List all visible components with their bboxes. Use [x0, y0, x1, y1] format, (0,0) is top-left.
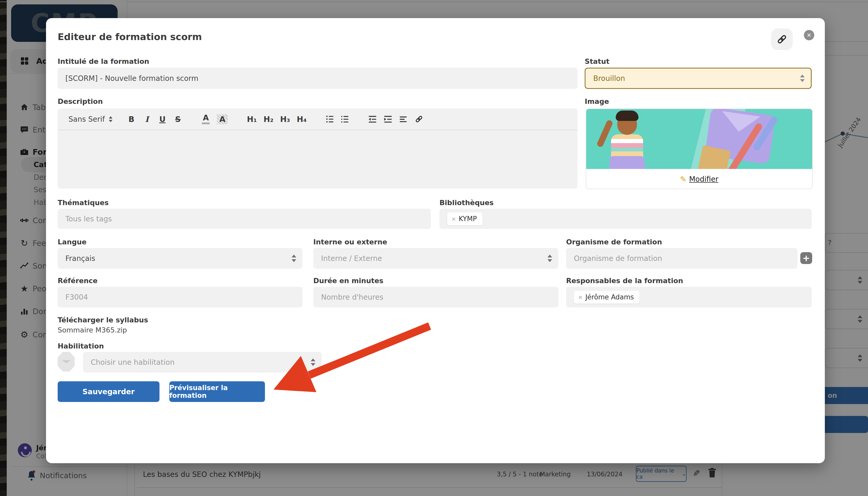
- statut-label: Statut: [585, 57, 610, 65]
- duree-input[interactable]: Nombre d'heures: [313, 287, 558, 307]
- heading2-button[interactable]: H₂: [264, 115, 273, 124]
- thematiques-input[interactable]: Tous les tags: [58, 209, 431, 229]
- description-editor[interactable]: Sans Serif B I U S A A H₁ H₂ H₃ H₄: [58, 108, 577, 189]
- tag-remove-icon[interactable]: ×: [451, 216, 456, 222]
- habilitation-select[interactable]: Choisir une habilitation: [83, 352, 322, 373]
- bullet-list-button[interactable]: [341, 115, 349, 123]
- strikethrough-button[interactable]: S: [173, 115, 182, 124]
- heading1-button[interactable]: H₁: [247, 115, 257, 124]
- habilitation-badge-icon: [58, 352, 75, 371]
- intitule-input[interactable]: [SCORM] - Nouvelle formation scorm: [58, 68, 577, 89]
- close-icon: ✕: [807, 32, 811, 38]
- reference-input[interactable]: F3004: [58, 287, 302, 307]
- select-arrows-icon: [311, 359, 315, 366]
- description-label: Description: [58, 97, 103, 105]
- close-button[interactable]: ✕: [804, 30, 814, 40]
- ordered-list-button[interactable]: [326, 115, 334, 123]
- illus-character-hair: [616, 111, 638, 121]
- illus-character-skirt: [610, 156, 645, 169]
- plus-icon: +: [803, 253, 810, 263]
- statut-value: Brouillon: [593, 74, 625, 83]
- reference-value: F3004: [65, 293, 88, 301]
- organisme-input[interactable]: Organisme de formation: [566, 248, 797, 269]
- interne-value: Interne / Externe: [321, 254, 382, 263]
- description-textarea[interactable]: [58, 130, 577, 189]
- tag-label: Jérôme Adams: [585, 293, 634, 301]
- langue-label: Langue: [58, 238, 87, 246]
- interne-select[interactable]: Interne / Externe: [313, 248, 558, 269]
- interne-label: Interne ou externe: [313, 238, 387, 246]
- syllabus-filename[interactable]: Sommaire M365.zip: [58, 326, 127, 334]
- editor-toolbar: Sans Serif B I U S A A H₁ H₂ H₃ H₄: [58, 108, 577, 130]
- tag-remove-icon[interactable]: ×: [578, 294, 583, 300]
- intitule-label: Intitulé de la formation: [58, 57, 149, 65]
- preview-button-label: Prévisualiser la formation: [169, 384, 265, 399]
- reference-label: Référence: [58, 277, 97, 285]
- intitule-value: [SCORM] - Nouvelle formation scorm: [65, 74, 198, 83]
- scorm-editor-modal: Editeur de formation scorm ✕ Intitulé de…: [46, 18, 825, 463]
- library-tag[interactable]: × KYMP: [447, 212, 483, 225]
- langue-select[interactable]: Français: [58, 248, 302, 269]
- graduation-cap-icon: [62, 360, 71, 363]
- pencil-icon: ✎: [680, 175, 687, 184]
- responsable-tag[interactable]: × Jérôme Adams: [574, 291, 639, 304]
- image-footer: ✎ Modifier: [586, 169, 812, 189]
- add-organisme-button[interactable]: +: [800, 252, 812, 264]
- select-arrows-icon: [109, 116, 112, 122]
- align-button[interactable]: [399, 115, 408, 123]
- select-arrows-icon: [292, 255, 296, 262]
- duree-placeholder: Nombre d'heures: [321, 293, 383, 301]
- indent-button[interactable]: [384, 115, 392, 123]
- color-bar: [202, 122, 210, 124]
- statut-select[interactable]: Brouillon: [585, 68, 812, 89]
- outdent-button[interactable]: [368, 115, 377, 123]
- heading3-button[interactable]: H₃: [280, 115, 290, 124]
- responsables-label: Responsables de la formation: [566, 277, 683, 285]
- link-icon: [776, 34, 788, 45]
- habilitation-label: Habilitation: [58, 342, 104, 350]
- responsables-input[interactable]: × Jérôme Adams: [566, 287, 812, 307]
- image-label: Image: [585, 97, 609, 105]
- highlight-color-button[interactable]: A: [217, 114, 228, 124]
- select-arrows-icon: [800, 75, 805, 82]
- text-color-button[interactable]: A: [201, 114, 210, 124]
- font-select[interactable]: Sans Serif: [68, 115, 112, 123]
- text-color-glyph: A: [203, 114, 209, 122]
- modal-title: Editeur de formation scorm: [58, 32, 202, 42]
- copy-link-button[interactable]: [771, 28, 793, 50]
- tag-label: KYMP: [459, 215, 477, 223]
- font-name: Sans Serif: [68, 115, 105, 123]
- bibliotheques-label: Bibliothèques: [439, 199, 494, 207]
- save-button-label: Sauvegarder: [82, 388, 135, 396]
- organisme-label: Organisme de formation: [566, 238, 662, 246]
- course-illustration: [586, 109, 812, 169]
- organisme-placeholder: Organisme de formation: [574, 254, 662, 263]
- langue-value: Français: [65, 254, 95, 263]
- heading4-button[interactable]: H₄: [297, 115, 307, 124]
- thematiques-placeholder: Tous les tags: [65, 215, 112, 223]
- select-arrows-icon: [547, 255, 552, 262]
- duree-label: Durée en minutes: [313, 277, 383, 285]
- save-button[interactable]: Sauvegarder: [58, 381, 159, 402]
- italic-button[interactable]: I: [142, 115, 151, 124]
- bibliotheques-input[interactable]: × KYMP: [439, 209, 812, 229]
- syllabus-label: Télécharger le syllabus: [58, 316, 148, 324]
- illus-character-shirt: [611, 134, 643, 158]
- preview-button[interactable]: Prévisualiser la formation: [169, 381, 265, 402]
- insert-link-button[interactable]: [415, 115, 423, 123]
- thematiques-label: Thématiques: [58, 199, 109, 207]
- image-card: ✎ Modifier: [586, 108, 813, 189]
- underline-button[interactable]: U: [158, 115, 167, 124]
- modify-image-link[interactable]: Modifier: [689, 175, 718, 183]
- bold-button[interactable]: B: [127, 115, 136, 124]
- habilitation-placeholder: Choisir une habilitation: [91, 358, 174, 367]
